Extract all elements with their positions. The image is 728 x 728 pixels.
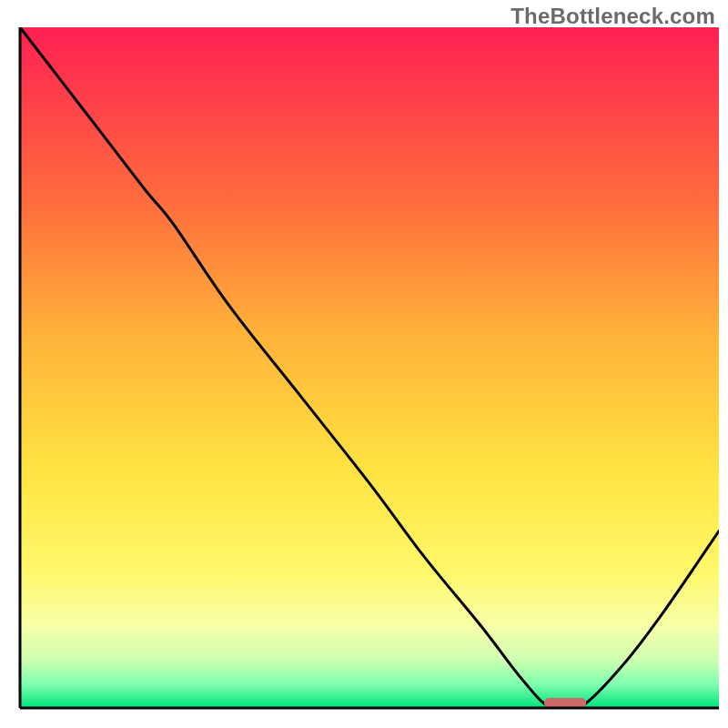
optimal-marker	[544, 698, 586, 708]
gradient-background	[20, 27, 719, 708]
bottleneck-chart	[0, 0, 728, 728]
chart-container: TheBottleneck.com	[0, 0, 728, 728]
